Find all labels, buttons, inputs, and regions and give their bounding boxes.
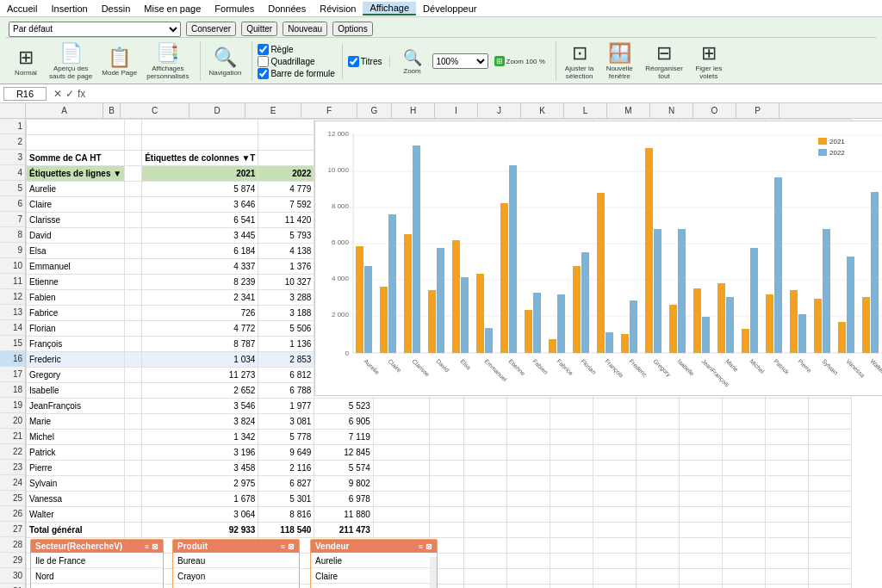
col-header-h[interactable]: H (392, 103, 435, 118)
svg-rect-16 (356, 246, 363, 353)
slicer-secteur-title: Secteur(RechercheV) (35, 542, 122, 551)
svg-text:2022: 2022 (829, 149, 845, 157)
slicer-clear-icon[interactable]: ⊠ (152, 542, 158, 551)
col-header-d[interactable]: D (189, 103, 245, 118)
menu-item-accueil[interactable]: Accueil (0, 3, 44, 15)
col-header-n[interactable]: N (650, 103, 693, 118)
zoom-100-btn[interactable]: ⊞ Zoom 100 % (491, 54, 549, 68)
quitter-button[interactable]: Quitter (241, 22, 277, 36)
slicer-secteur[interactable]: Secteur(RechercheV) ≡ ⊠ Ile de France No… (30, 539, 164, 588)
col-header-b[interactable]: B (103, 103, 121, 118)
slicer-item[interactable]: Ile de France (31, 553, 163, 568)
table-row: Sylvain2 9756 8279 802 (27, 476, 852, 492)
row-num-31: 31 (0, 584, 25, 588)
col-header-k[interactable]: K (521, 103, 564, 118)
nouvelle-fenetre-btn[interactable]: 🪟 Nouvellefenêtre (602, 40, 637, 82)
menu-item-donnees[interactable]: Données (261, 3, 313, 15)
svg-rect-37 (606, 332, 613, 353)
apercu-btn[interactable]: 📄 Aperçu dessauts de page (46, 40, 96, 82)
slicer-item[interactable]: Nord (31, 568, 163, 584)
slicer-item[interactable]: Crayon de couleur (173, 584, 299, 588)
menu-item-insertion[interactable]: Insertion (44, 3, 94, 15)
formula-input[interactable] (92, 89, 879, 99)
slicer-list-icon[interactable]: ≡ (145, 542, 149, 551)
row-num-4: 4 (0, 165, 25, 181)
col-header-o[interactable]: O (693, 103, 736, 118)
slicer-header-icons: ≡ ⊠ (145, 542, 158, 551)
slicer-item[interactable]: Clarisse (311, 584, 437, 588)
svg-rect-46 (717, 283, 725, 353)
chart-container[interactable]: 0 2 000 4 000 6 000 8 000 10 000 12 000 (314, 121, 882, 396)
slicer-scroll[interactable] (430, 557, 437, 588)
row-num-21: 21 (0, 429, 25, 444)
titres-checkbox-label[interactable]: Titres (348, 56, 382, 67)
svg-rect-17 (364, 266, 372, 353)
col-header-f[interactable]: F (301, 103, 357, 118)
slicer-vendeur-clear-icon[interactable]: ⊠ (425, 542, 432, 551)
svg-rect-21 (413, 145, 420, 353)
confirm-formula-icon[interactable]: ✓ (65, 88, 74, 100)
svg-rect-44 (693, 288, 701, 353)
table-row: Walter3 0648 81611 880 (27, 507, 852, 523)
svg-rect-22 (428, 290, 436, 353)
svg-rect-32 (549, 339, 556, 353)
svg-text:10 000: 10 000 (328, 166, 350, 174)
col-header-c[interactable]: C (121, 103, 189, 118)
menu-item-developpeur[interactable]: Développeur (416, 3, 483, 15)
col-header-e[interactable]: E (245, 103, 301, 118)
slicer-item[interactable]: Nord Est (31, 584, 163, 588)
slicer-item[interactable]: Claire (311, 568, 437, 584)
slicer-vendeur[interactable]: Vendeur ≡ ⊠ Aurelie Claire Clarisse Davi… (310, 539, 438, 588)
slicer-item[interactable]: Crayon (173, 568, 299, 584)
figer-volets-btn[interactable]: ⊞ Figer lesvolets (692, 40, 726, 82)
col-header-i[interactable]: I (435, 103, 478, 118)
navigation-btn[interactable]: 🔍 Navigation (206, 45, 245, 78)
zoom-select[interactable]: 100% (432, 53, 488, 69)
col-header-j[interactable]: J (478, 103, 521, 118)
menu-item-revision[interactable]: Révision (313, 3, 363, 15)
svg-rect-56 (838, 322, 846, 353)
row-num-2: 2 (0, 134, 25, 150)
insert-function-icon[interactable]: fx (78, 88, 85, 100)
conserver-button[interactable]: Conserver (186, 22, 236, 36)
slicer-vendeur-list-icon[interactable]: ≡ (419, 542, 423, 551)
nouveau-button[interactable]: Nouveau (283, 22, 327, 36)
quadrillage-checkbox-label[interactable]: Quadrillage (258, 56, 334, 67)
reorganiser-btn[interactable]: ⊟ Réorganisertout (642, 40, 686, 82)
col-header-l[interactable]: L (564, 103, 607, 118)
col-header-a[interactable]: A (26, 103, 103, 118)
barre-formule-checkbox[interactable] (258, 68, 269, 79)
col-header-m[interactable]: M (607, 103, 650, 118)
menu-item-formules[interactable]: Formules (208, 3, 261, 15)
slicer-item[interactable]: Aurelie (311, 553, 437, 568)
slicer-item[interactable]: Bureau (173, 553, 299, 568)
svg-rect-26 (476, 274, 484, 353)
affichages-btn[interactable]: 📑 Affichagespersonnalisés (143, 40, 192, 82)
cell-ref-input[interactable] (3, 87, 47, 101)
menu-item-affichage[interactable]: Affichage (363, 2, 416, 15)
col-header-g[interactable]: G (357, 103, 392, 118)
svg-text:Michel: Michel (748, 358, 766, 375)
quadrillage-checkbox[interactable] (258, 56, 269, 67)
titres-checkbox[interactable] (348, 56, 359, 67)
options-button[interactable]: Options (332, 22, 372, 36)
slicer-produit-clear-icon[interactable]: ⊠ (288, 542, 295, 551)
style-select[interactable]: Par défaut (9, 22, 181, 37)
cancel-formula-icon[interactable]: ✕ (53, 88, 62, 100)
zoom-btn[interactable]: 🔍 Zoom (395, 46, 430, 77)
ajuster-btn[interactable]: ⊡ Ajuster lasélection (562, 40, 597, 82)
slicer-produit[interactable]: Produit ≡ ⊠ Bureau Crayon Crayon de coul… (172, 539, 300, 588)
barre-formule-checkbox-label[interactable]: Barre de formule (258, 68, 334, 79)
col-header-p[interactable]: P (736, 103, 780, 118)
svg-text:6 000: 6 000 (332, 238, 350, 246)
svg-text:Florian: Florian (580, 358, 597, 375)
table-row: Total général 92 933 118 540 211 473 (27, 523, 852, 538)
menu-item-mise-en-page[interactable]: Mise en page (137, 3, 208, 15)
normal-btn[interactable]: ⊞ Normal (9, 45, 43, 78)
svg-rect-25 (461, 277, 469, 353)
regle-checkbox[interactable] (258, 44, 269, 55)
regle-checkbox-label[interactable]: Règle (258, 44, 334, 55)
slicer-produit-list-icon[interactable]: ≡ (281, 542, 285, 551)
mode-page-btn[interactable]: 📋 Mode Page (98, 45, 140, 78)
menu-item-dessin[interactable]: Dessin (95, 3, 138, 15)
